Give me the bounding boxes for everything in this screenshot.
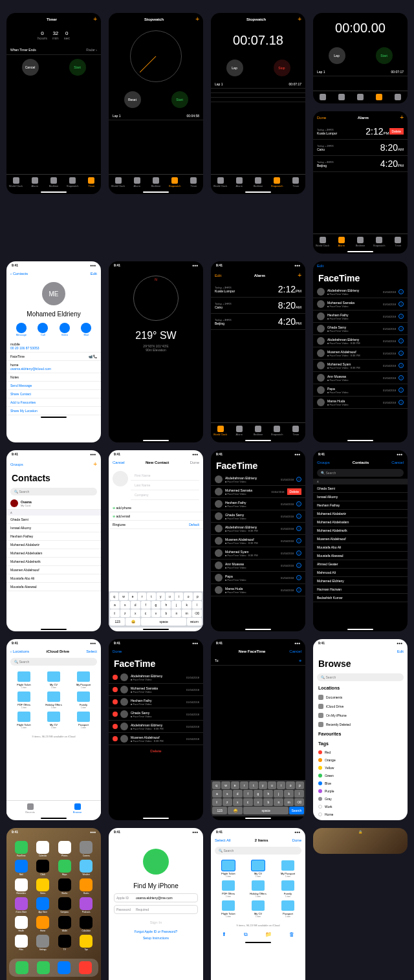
contact-row[interactable]: Hesham Fathay (313, 501, 408, 510)
done-button[interactable]: Done (113, 649, 122, 653)
app-icon[interactable]: Calculator (77, 916, 96, 932)
contact-row[interactable]: Mohamed Eldrieny (313, 577, 408, 585)
folder-item[interactable]: Flight Ticket1 item (215, 900, 242, 918)
signin-button[interactable]: Sign In (109, 915, 203, 930)
contact-row[interactable]: Mohamed Abdelrazik (313, 527, 408, 535)
facetime-row[interactable]: Amr Moawas■ FaceTime Video 01/04/2018 i (313, 372, 408, 384)
add-icon[interactable]: + (195, 16, 199, 23)
contact-row[interactable]: Mohamed Abdalaziz (6, 541, 101, 549)
dock-app[interactable] (37, 961, 50, 974)
contact-row[interactable]: Mohamed Abdelsalam (313, 518, 408, 527)
info-icon[interactable]: i (296, 563, 301, 568)
back-button[interactable]: ‹ Locations (10, 649, 29, 653)
contact-row[interactable]: Ismaal Alkomy (313, 493, 408, 501)
app-icon[interactable]: Maps (55, 860, 74, 876)
folder-item[interactable]: Passport1 item (70, 712, 97, 729)
company-input[interactable]: Company (131, 490, 199, 500)
facetime-row[interactable]: Moamen Abdelraouf■ FaceTime Video · 8:38… (313, 347, 408, 360)
info-icon[interactable]: i (398, 363, 404, 368)
tag-row[interactable]: Yellow (313, 764, 408, 772)
location-row[interactable]: Documents (313, 693, 408, 702)
apple-id-input[interactable]: osama.eldrieny@me.com (136, 896, 173, 900)
contact-row[interactable]: Mohamed Abdalaziz (313, 510, 408, 518)
app-icon[interactable]: Compass (55, 897, 74, 913)
app-icon[interactable]: Mail (12, 860, 31, 876)
password-input[interactable]: Required (136, 908, 149, 911)
folder-item[interactable]: Holiday Offers1 item (245, 880, 272, 898)
tab-worldclock[interactable]: World Clock (6, 177, 25, 188)
folder-item[interactable]: Passport1 item (274, 900, 301, 918)
my-card[interactable]: OsamaMy Card (6, 497, 101, 510)
info-icon[interactable]: i (296, 526, 301, 531)
tag-row[interactable]: Work (313, 803, 408, 811)
start-button[interactable]: Start (171, 91, 188, 108)
back-button[interactable]: ‹ Contacts (10, 272, 28, 276)
info-icon[interactable]: i (398, 387, 404, 393)
tab-stopwatch[interactable]: Stopwatch (63, 177, 82, 188)
delete-button[interactable]: Delete (287, 488, 301, 495)
app-icon[interactable]: Weather (77, 860, 96, 876)
facetime-row[interactable]: Mohamed Syam■ FaceTime Video · 8:38 PM 0… (211, 547, 305, 560)
add-email-button[interactable]: ⊕ add email (109, 512, 203, 521)
cancel-button[interactable]: Cancel (113, 461, 125, 464)
facetime-row[interactable]: Moamen Abdelraouf■ FaceTime Video · 8:38… (211, 535, 305, 547)
info-icon[interactable]: i (296, 501, 301, 506)
cancel-button[interactable]: Cancel (22, 59, 39, 76)
dock-app[interactable] (79, 961, 92, 974)
location-row[interactable]: Recently Deleted (313, 720, 408, 729)
app-icon[interactable]: Files (12, 935, 31, 951)
folder-item[interactable]: Flight Ticket1 item (10, 671, 38, 689)
start-button[interactable]: Start (69, 59, 86, 76)
info-icon[interactable]: i (296, 514, 301, 519)
tag-row[interactable]: Red (313, 748, 408, 756)
folder-item[interactable]: My CV1 item (40, 671, 67, 689)
search-input[interactable]: 🔍 Search (317, 673, 404, 681)
app-icon[interactable]: Health (12, 916, 31, 932)
tag-row[interactable]: Gray (313, 795, 408, 803)
facetime-row[interactable]: Papa■ FaceTime Video 01/04/2018 i (211, 572, 305, 584)
app-icon[interactable]: Tips (77, 935, 96, 951)
photo-button[interactable] (113, 471, 128, 486)
tab-timer[interactable]: Timer (82, 177, 101, 188)
info-icon[interactable]: i (398, 338, 404, 343)
facetime-row[interactable]: Abdelrahman Eldrieny■ FaceTime Video · 8… (313, 335, 408, 347)
info-icon[interactable]: i (398, 289, 404, 294)
cancel-button[interactable]: Cancel (289, 649, 301, 653)
done-button[interactable]: Done (292, 838, 301, 842)
folder-item[interactable]: Family1 item (70, 691, 97, 709)
folder-item[interactable]: My CV1 item (245, 860, 272, 878)
info-icon[interactable]: i (398, 314, 404, 319)
facetime-row[interactable]: Hesham Fathy■ FaceTime Video 01/04/2018 … (211, 498, 305, 510)
info-icon[interactable]: i (398, 326, 404, 331)
trash-icon[interactable]: 🗑 (289, 931, 294, 938)
tab-alarm[interactable]: Alarm (25, 177, 44, 188)
delete-button[interactable]: Delete (109, 745, 203, 757)
edit-button[interactable]: Edit (397, 649, 404, 653)
message-button[interactable] (16, 323, 27, 333)
call-button[interactable] (38, 323, 48, 333)
lap-button[interactable]: Lap (329, 47, 345, 64)
first-name-input[interactable]: First Name (131, 471, 199, 481)
mail-button[interactable] (81, 323, 91, 333)
folder-item[interactable]: My CV1 item (40, 712, 67, 729)
app-icon[interactable]: Calendar (34, 841, 53, 857)
contact-row[interactable]: Mohamed Abdelrazik (6, 558, 101, 566)
info-icon[interactable]: i (296, 587, 301, 593)
app-icon[interactable]: Photos (55, 841, 74, 857)
tag-row[interactable]: Orange (313, 756, 408, 764)
facetime-row[interactable]: Mama Huda■ FaceTime Video 01/04/2018 i (313, 397, 408, 409)
share-icon[interactable]: ⬆ (222, 931, 226, 938)
folder-item[interactable]: Flight Ticket1 item (215, 860, 242, 878)
info-icon[interactable]: i (296, 550, 301, 556)
app-icon[interactable]: Stocks (55, 878, 74, 895)
folder-item[interactable]: My Passport1 item (70, 671, 97, 689)
app-icon[interactable]: FaceTime (12, 841, 31, 857)
folder-item[interactable]: My Passport1 item (274, 860, 301, 878)
folder-item[interactable]: My CV1 item (245, 900, 272, 918)
facetime-row[interactable]: Abdelrahman Eldrieny■ FaceTime Video 01/… (313, 286, 408, 298)
facetime-row[interactable]: Abdelrahman Eldrieny■ FaceTime Video 01/… (211, 474, 305, 486)
lap-button[interactable]: Lap (226, 60, 243, 76)
tab-browse[interactable]: Browse (54, 803, 101, 814)
contact-row[interactable]: Moamen Abdelraouf (313, 535, 408, 543)
facetime-row[interactable]: Ghada Samy■ FaceTime Video 01/04/2018 i (211, 510, 305, 523)
